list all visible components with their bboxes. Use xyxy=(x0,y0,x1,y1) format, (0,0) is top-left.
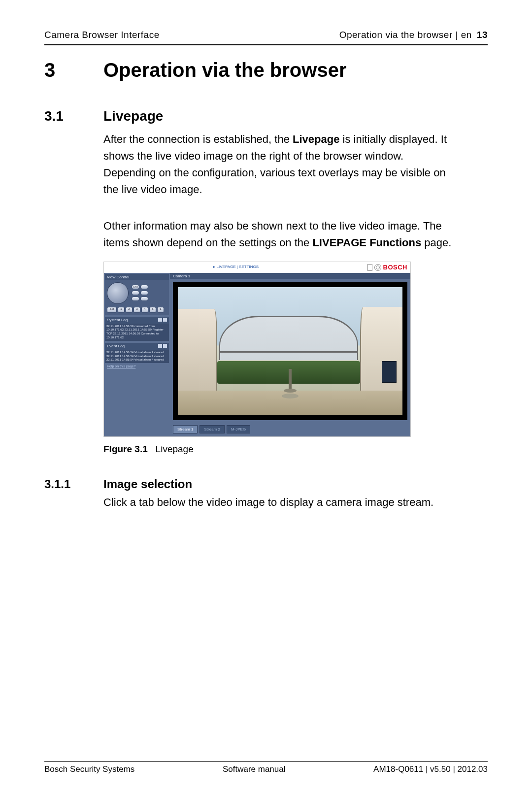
chapter-title: Operation via the browser xyxy=(103,59,346,81)
ptz-controls: FAR xyxy=(107,282,167,304)
view-control-label: View Control xyxy=(107,275,129,279)
running-header: Camera Browser Interface Operation via t… xyxy=(44,30,488,45)
paragraph-2: Other information may also be shown next… xyxy=(103,218,458,251)
popout-icon[interactable] xyxy=(163,318,167,322)
tab-stream-2[interactable]: Stream 2 xyxy=(200,425,224,433)
section-number: 3.1 xyxy=(44,108,103,124)
system-log-icons xyxy=(158,318,167,323)
app-body: View Control FAR Set xyxy=(104,273,410,436)
view-control-panel: FAR Set 1 2 3 4 5 6 xyxy=(105,280,169,315)
preset-6[interactable]: 6 xyxy=(157,307,164,313)
figure-caption: Figure 3.1 Livepage xyxy=(103,444,488,455)
chapter-heading: 3 Operation via the browser xyxy=(44,59,488,81)
video-area[interactable] xyxy=(173,282,407,420)
set-button[interactable]: Set xyxy=(107,307,117,313)
paragraph-3: Click a tab below the video image to dis… xyxy=(103,494,458,511)
preset-row: Set 1 2 3 4 5 6 xyxy=(107,307,167,313)
running-footer: Bosch Security Systems Software manual A… xyxy=(44,761,488,774)
popout-icon-2[interactable] xyxy=(163,344,167,348)
livepage-app: ▸ LIVEPAGE | SETTINGS BOSCH View Control xyxy=(103,262,411,437)
para1-strong: Livepage xyxy=(293,133,339,145)
figure-caption-label: Figure 3.1 xyxy=(103,444,148,454)
document-page: Camera Browser Interface Operation via t… xyxy=(0,0,532,797)
event-log-title: Event Log xyxy=(105,343,169,350)
view-control-title: View Control xyxy=(105,274,169,280)
main-view: Camera 1 xyxy=(170,273,410,436)
page-number: 13 xyxy=(477,30,488,40)
header-breadcrumb: Operation via the browser | en xyxy=(339,30,472,40)
section-heading: 3.1 Livepage xyxy=(44,108,488,124)
nav-livepage[interactable]: ▸ LIVEPAGE xyxy=(213,265,235,269)
gear-icon-2[interactable] xyxy=(158,344,162,348)
tab-mjpeg[interactable]: M-JPEG xyxy=(227,425,250,433)
preset-5[interactable]: 5 xyxy=(149,307,156,313)
gear-icon[interactable] xyxy=(158,318,162,322)
subsection-heading: 3.1.1 Image selection xyxy=(44,477,488,491)
sidebar: View Control FAR Set xyxy=(104,273,170,436)
pill-blank-4[interactable] xyxy=(132,297,139,301)
pill-far[interactable]: FAR xyxy=(132,285,139,289)
preset-4[interactable]: 4 xyxy=(141,307,148,313)
event-log-icons xyxy=(158,344,167,349)
system-log-label: System Log xyxy=(107,318,128,322)
zoom-focus-buttons: FAR xyxy=(132,285,148,301)
ptz-pad[interactable] xyxy=(107,282,129,304)
footer-right: AM18-Q0611 | v5.50 | 2012.03 xyxy=(373,764,488,774)
pill-blank-2[interactable] xyxy=(132,291,139,295)
footer-left: Bosch Security Systems xyxy=(44,764,134,774)
video-scene xyxy=(178,287,402,415)
nav-settings[interactable]: SETTINGS xyxy=(239,265,259,269)
system-log-title: System Log xyxy=(105,317,169,324)
preset-1[interactable]: 1 xyxy=(118,307,125,313)
paragraph-1: After the connection is established, the… xyxy=(103,131,458,198)
preset-2[interactable]: 2 xyxy=(126,307,133,313)
header-right-group: Operation via the browser | en 13 xyxy=(339,30,488,40)
pill-blank-5[interactable] xyxy=(140,297,148,301)
subsection-number: 3.1.1 xyxy=(44,477,103,491)
figure-caption-text: Livepage xyxy=(156,444,194,454)
pill-blank-1[interactable] xyxy=(140,285,148,289)
brand-logo: BOSCH xyxy=(383,264,407,271)
para2-post: page. xyxy=(421,236,451,249)
subsection-title: Image selection xyxy=(103,477,192,491)
event-log-body: 22.11.2011 14:56:54 Virtual alarm 2 clea… xyxy=(105,350,169,363)
camera-label: Camera 1 xyxy=(170,273,410,279)
tab-stream-1[interactable]: Stream 1 xyxy=(173,425,198,433)
section-title: Livepage xyxy=(103,108,163,124)
para1-pre: After the connection is established, the xyxy=(103,133,293,145)
preset-3[interactable]: 3 xyxy=(133,307,140,313)
system-log-body: 22.11.2011 14:56:59 connected from 10.10… xyxy=(105,324,169,341)
pill-blank-3[interactable] xyxy=(140,291,148,295)
app-topbar: ▸ LIVEPAGE | SETTINGS BOSCH xyxy=(104,262,410,273)
event-log-label: Event Log xyxy=(107,344,125,348)
nav-tabs: ▸ LIVEPAGE | SETTINGS xyxy=(213,265,259,269)
para2-strong: LIVEPAGE Functions xyxy=(312,236,421,249)
chapter-number: 3 xyxy=(44,59,103,81)
info-icon[interactable] xyxy=(367,264,372,271)
help-link[interactable]: Help on this page? xyxy=(105,363,169,369)
footer-center: Software manual xyxy=(223,764,286,774)
header-left: Camera Browser Interface xyxy=(44,30,160,40)
stream-tabs: Stream 1 Stream 2 M-JPEG xyxy=(170,423,410,436)
figure-3-1: ▸ LIVEPAGE | SETTINGS BOSCH View Control xyxy=(103,262,411,437)
globe-icon[interactable] xyxy=(374,264,381,271)
